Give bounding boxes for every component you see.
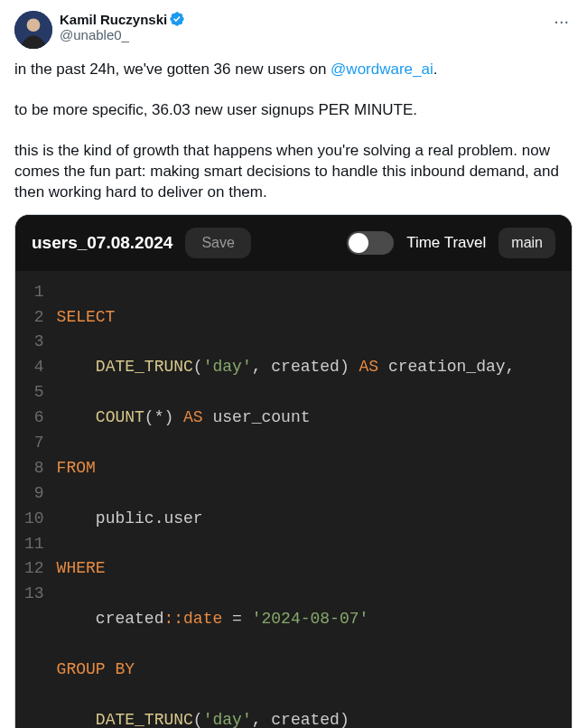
time-travel-toggle[interactable] <box>347 231 394 255</box>
embedded-media[interactable]: users_07.08.2024 Save Time Travel main 1… <box>14 214 573 728</box>
code-content[interactable]: SELECT DATE_TRUNC('day', created) AS cre… <box>57 280 572 728</box>
more-options-icon[interactable]: ··· <box>550 11 573 32</box>
save-button[interactable]: Save <box>185 228 250 258</box>
text: this is the kind of growth that happens … <box>14 141 573 203</box>
file-title: users_07.08.2024 <box>32 233 172 253</box>
line-gutter: 1 2 3 4 5 6 7 8 9 10 11 12 13 <box>15 280 57 728</box>
editor-header: users_07.08.2024 Save Time Travel main <box>15 215 572 271</box>
verified-badge-icon <box>169 11 185 27</box>
user-info: Kamil Ruczynski @unable0_ <box>60 11 543 42</box>
display-name[interactable]: Kamil Ruczynski <box>60 12 167 27</box>
text: to be more specific, 36.03 new user sign… <box>14 100 573 121</box>
svg-point-1 <box>27 18 41 32</box>
text: in the past 24h, we've gotten 36 new use… <box>14 61 331 78</box>
tweet-header: Kamil Ruczynski @unable0_ ··· <box>14 11 573 49</box>
time-travel-label: Time Travel <box>406 234 486 252</box>
user-handle[interactable]: @unable0_ <box>60 27 543 42</box>
tweet-text: in the past 24h, we've gotten 36 new use… <box>14 60 573 203</box>
code-editor: 1 2 3 4 5 6 7 8 9 10 11 12 13 SELECT DAT… <box>15 271 572 728</box>
avatar[interactable] <box>14 11 52 49</box>
text: . <box>433 61 438 78</box>
mention-link[interactable]: @wordware_ai <box>331 61 433 78</box>
branch-button[interactable]: main <box>498 228 555 258</box>
